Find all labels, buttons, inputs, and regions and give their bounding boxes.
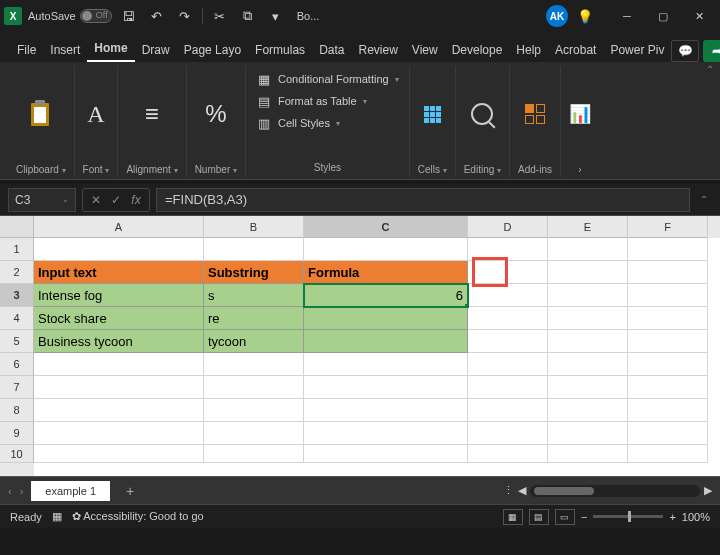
col-header-d[interactable]: D	[468, 216, 548, 238]
cell-a7[interactable]	[34, 376, 204, 399]
row-header-10[interactable]: 10	[0, 445, 34, 463]
normal-view-button[interactable]: ▦	[503, 509, 523, 525]
row-header-3[interactable]: 3	[0, 284, 34, 307]
share-button[interactable]: ➦	[703, 40, 720, 62]
cell-f1[interactable]	[628, 238, 708, 261]
row-header-6[interactable]: 6	[0, 353, 34, 376]
cells-label[interactable]: Cells	[418, 164, 440, 175]
tab-power-pivot[interactable]: Power Piv	[603, 38, 671, 62]
cell-e8[interactable]	[548, 399, 628, 422]
cell-c3[interactable]: 6	[304, 284, 468, 307]
horizontal-scrollbar[interactable]	[530, 485, 700, 497]
addins-icon[interactable]	[525, 104, 545, 124]
minimize-button[interactable]: ─	[610, 4, 644, 28]
row-header-2[interactable]: 2	[0, 261, 34, 284]
sheet-tab-active[interactable]: example 1	[31, 481, 110, 501]
font-icon[interactable]: A	[87, 101, 104, 128]
cancel-formula-icon[interactable]: ✕	[87, 193, 105, 207]
name-box[interactable]: C3⌄	[8, 188, 76, 212]
cell-c8[interactable]	[304, 399, 468, 422]
col-header-b[interactable]: B	[204, 216, 304, 238]
tab-acrobat[interactable]: Acrobat	[548, 38, 603, 62]
save-icon[interactable]: 🖫	[118, 5, 140, 27]
cell-a6[interactable]	[34, 353, 204, 376]
cell-a2[interactable]: Input text	[34, 261, 204, 284]
col-header-c[interactable]: C	[304, 216, 468, 238]
zoom-in-button[interactable]: +	[669, 511, 675, 523]
close-button[interactable]: ✕	[682, 4, 716, 28]
page-layout-view-button[interactable]: ▤	[529, 509, 549, 525]
cell-c7[interactable]	[304, 376, 468, 399]
zoom-level[interactable]: 100%	[682, 511, 710, 523]
percent-icon[interactable]: %	[205, 100, 226, 128]
macro-record-icon[interactable]: ▦	[52, 510, 62, 523]
cell-b4[interactable]: re	[204, 307, 304, 330]
tab-draw[interactable]: Draw	[135, 38, 177, 62]
cell-b2[interactable]: Substring	[204, 261, 304, 284]
cell-b3[interactable]: s	[204, 284, 304, 307]
cell-b7[interactable]	[204, 376, 304, 399]
user-avatar[interactable]: AK	[546, 5, 568, 27]
cell-e4[interactable]	[548, 307, 628, 330]
sheet-options-icon[interactable]: ⋮	[503, 484, 514, 497]
comments-button[interactable]: 💬	[671, 40, 699, 62]
cut-icon[interactable]: ✂	[209, 5, 231, 27]
accessibility-status[interactable]: ✿ Accessibility: Good to go	[72, 510, 204, 523]
number-label[interactable]: Number	[195, 164, 231, 175]
cell-c1[interactable]	[304, 238, 468, 261]
cell-b6[interactable]	[204, 353, 304, 376]
copy-icon[interactable]: ⧉	[237, 5, 259, 27]
cell-styles-button[interactable]: ▥Cell Styles ▾	[256, 114, 399, 132]
zoom-slider[interactable]	[593, 515, 663, 518]
cell-b1[interactable]	[204, 238, 304, 261]
editing-label[interactable]: Editing	[464, 164, 495, 175]
cell-d2[interactable]	[468, 261, 548, 284]
cells-icon[interactable]	[424, 106, 441, 123]
col-header-e[interactable]: E	[548, 216, 628, 238]
cell-a8[interactable]	[34, 399, 204, 422]
tab-insert[interactable]: Insert	[43, 38, 87, 62]
cell-f2[interactable]	[628, 261, 708, 284]
cell-e1[interactable]	[548, 238, 628, 261]
row-header-9[interactable]: 9	[0, 422, 34, 445]
cell-b5[interactable]: tycoon	[204, 330, 304, 353]
cell-a10[interactable]	[34, 445, 204, 463]
maximize-button[interactable]: ▢	[646, 4, 680, 28]
col-header-f[interactable]: F	[628, 216, 708, 238]
fx-icon[interactable]: fx	[127, 193, 145, 207]
row-header-5[interactable]: 5	[0, 330, 34, 353]
cell-d6[interactable]	[468, 353, 548, 376]
clipboard-icon[interactable]	[26, 99, 56, 129]
cell-a5[interactable]: Business tycoon	[34, 330, 204, 353]
cell-c4[interactable]	[304, 307, 468, 330]
redo-icon[interactable]: ↷	[174, 5, 196, 27]
cell-d5[interactable]	[468, 330, 548, 353]
tab-formulas[interactable]: Formulas	[248, 38, 312, 62]
cell-c2[interactable]: Formula	[304, 261, 468, 284]
cell-e3[interactable]	[548, 284, 628, 307]
cell-b10[interactable]	[204, 445, 304, 463]
ribbon-overflow[interactable]: 📊 ›	[561, 66, 599, 177]
expand-formula-bar-icon[interactable]: ⌃	[696, 194, 712, 205]
col-header-a[interactable]: A	[34, 216, 204, 238]
clipboard-label[interactable]: Clipboard	[16, 164, 59, 175]
cell-e10[interactable]	[548, 445, 628, 463]
cell-e7[interactable]	[548, 376, 628, 399]
tab-page-layout[interactable]: Page Layo	[177, 38, 248, 62]
cell-c9[interactable]	[304, 422, 468, 445]
cell-f10[interactable]	[628, 445, 708, 463]
tab-data[interactable]: Data	[312, 38, 351, 62]
alignment-label[interactable]: Alignment	[126, 164, 170, 175]
cell-d3[interactable]	[468, 284, 548, 307]
document-title[interactable]: Bo...	[297, 10, 320, 22]
addins-label[interactable]: Add-ins	[518, 164, 552, 175]
tab-help[interactable]: Help	[509, 38, 548, 62]
cell-c10[interactable]	[304, 445, 468, 463]
cell-c6[interactable]	[304, 353, 468, 376]
row-header-1[interactable]: 1	[0, 238, 34, 261]
format-as-table-button[interactable]: ▤Format as Table ▾	[256, 92, 399, 110]
cell-e5[interactable]	[548, 330, 628, 353]
row-header-7[interactable]: 7	[0, 376, 34, 399]
tab-view[interactable]: View	[405, 38, 445, 62]
cell-a9[interactable]	[34, 422, 204, 445]
